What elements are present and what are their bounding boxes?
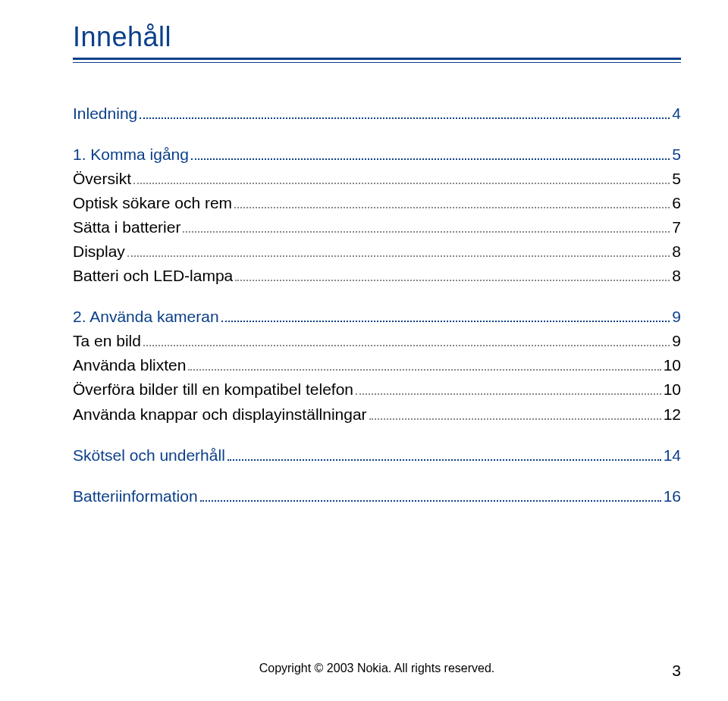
- toc-entry[interactable]: Överföra bilder till en kompatibel telef…: [73, 381, 681, 398]
- toc-leader-dots: [183, 231, 670, 233]
- toc-leader-dots: [369, 418, 661, 420]
- copyright-text: Copyright © 2003 Nokia. All rights reser…: [259, 662, 495, 675]
- toc-label: 1. Komma igång: [73, 146, 189, 163]
- toc-page: 10: [664, 357, 681, 374]
- toc-page: 12: [664, 406, 681, 423]
- toc-entry[interactable]: Display8: [73, 243, 681, 260]
- toc-label: Optisk sökare och rem: [73, 195, 232, 211]
- toc-page: 7: [672, 219, 681, 236]
- toc-entry[interactable]: Skötsel och underhåll14: [73, 447, 681, 464]
- toc-leader-dots: [221, 321, 670, 322]
- toc-label: Batteriinformation: [73, 488, 198, 505]
- toc-page: 5: [672, 171, 681, 187]
- toc-label: Skötsel och underhåll: [73, 447, 225, 464]
- toc-leader-dots: [235, 280, 670, 281]
- toc-entry[interactable]: Sätta i batterier7: [73, 219, 681, 236]
- title-rule-bottom: [73, 62, 681, 63]
- page-title: Innehåll: [73, 21, 681, 53]
- toc-page: 8: [672, 243, 681, 260]
- toc-page: 5: [672, 146, 681, 163]
- toc-entry[interactable]: Batteri och LED-lampa8: [73, 268, 681, 284]
- title-rule-top: [73, 58, 681, 60]
- toc-leader-dots: [140, 117, 670, 119]
- toc-leader-dots: [191, 158, 670, 160]
- toc-leader-dots: [228, 459, 661, 461]
- toc-entry[interactable]: Översikt5: [73, 171, 681, 187]
- toc-label: 2. Använda kameran: [73, 308, 219, 325]
- toc-label: Display: [73, 243, 125, 260]
- toc-page: 9: [672, 308, 681, 325]
- toc-leader-dots: [127, 255, 670, 257]
- toc-label: Inledning: [73, 105, 137, 122]
- toc-leader-dots: [200, 500, 661, 502]
- toc-leader-dots: [143, 345, 670, 346]
- toc-label: Sätta i batterier: [73, 219, 180, 236]
- toc-leader-dots: [133, 183, 670, 184]
- toc-entry[interactable]: Använda blixten10: [73, 357, 681, 374]
- toc-page: 16: [664, 488, 681, 505]
- toc-page: 6: [672, 195, 681, 211]
- toc-label: Överföra bilder till en kompatibel telef…: [73, 381, 353, 398]
- toc-entry[interactable]: Batteriinformation16: [73, 488, 681, 505]
- toc-page: 14: [664, 447, 681, 464]
- toc-entry[interactable]: Optisk sökare och rem6: [73, 195, 681, 211]
- toc-page: 8: [672, 268, 681, 284]
- toc-entry[interactable]: 1. Komma igång5: [73, 146, 681, 163]
- toc-entry[interactable]: Använda knappar och displayinställningar…: [73, 406, 681, 423]
- table-of-contents: Inledning41. Komma igång5Översikt5Optisk…: [73, 105, 681, 505]
- toc-entry[interactable]: Inledning4: [73, 105, 681, 122]
- toc-page: 10: [664, 381, 681, 398]
- toc-entry[interactable]: Ta en bild9: [73, 333, 681, 349]
- page-number: 3: [672, 662, 681, 680]
- toc-label: Använda knappar och displayinställningar: [73, 406, 367, 423]
- toc-label: Ta en bild: [73, 333, 141, 349]
- toc-leader-dots: [188, 369, 661, 371]
- toc-page: 4: [672, 105, 681, 122]
- toc-leader-dots: [234, 207, 670, 208]
- toc-label: Batteri och LED-lampa: [73, 268, 233, 284]
- toc-page: 9: [672, 333, 681, 349]
- toc-entry[interactable]: 2. Använda kameran9: [73, 308, 681, 325]
- toc-label: Använda blixten: [73, 357, 186, 374]
- toc-label: Översikt: [73, 171, 131, 187]
- page-footer: Copyright © 2003 Nokia. All rights reser…: [0, 662, 728, 675]
- toc-leader-dots: [356, 393, 661, 395]
